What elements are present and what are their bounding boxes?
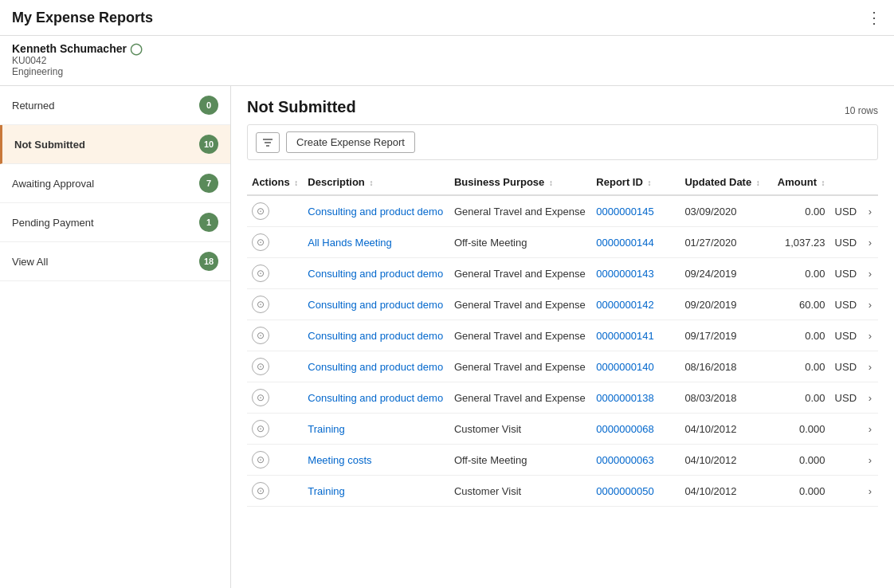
description-cell-8[interactable]: Meeting costs (303, 445, 449, 476)
date-cell-0: 03/09/2020 (680, 195, 765, 227)
report-id-cell-8[interactable]: 0000000063 (591, 445, 680, 476)
action-check-0[interactable]: ⊙ (252, 202, 269, 220)
report-id-cell-7[interactable]: 0000000068 (591, 414, 680, 445)
page-title: Not Submitted (247, 98, 356, 116)
table-row: ⊙ Training Customer Visit 0000000050 04/… (247, 476, 878, 507)
filter-icon (261, 136, 274, 149)
table-row: ⊙ Consulting and product demo General Tr… (247, 195, 878, 227)
table-row: ⊙ Consulting and product demo General Tr… (247, 289, 878, 320)
action-check-9[interactable]: ⊙ (252, 482, 269, 500)
sidebar-badge-awaiting-approval: 7 (199, 174, 218, 193)
user-department: Engineering (12, 66, 882, 77)
description-cell-1[interactable]: All Hands Meeting (303, 227, 449, 258)
amount-cell-6: 0.00 (766, 382, 830, 414)
create-expense-report-button[interactable]: Create Expense Report (286, 131, 415, 153)
sidebar-item-label-awaiting-approval: Awaiting Approval (12, 178, 94, 190)
date-cell-4: 09/17/2019 (680, 320, 765, 351)
currency-cell-3: USD (830, 289, 862, 320)
description-cell-3[interactable]: Consulting and product demo (303, 289, 449, 320)
row-chevron-6[interactable]: › (862, 382, 878, 414)
amount-cell-3: 60.00 (766, 289, 830, 320)
action-cell-2: ⊙ (247, 258, 303, 289)
row-chevron-8[interactable]: › (862, 445, 878, 476)
sidebar-item-view-all[interactable]: View All18 (0, 242, 230, 281)
report-id-cell-2[interactable]: 0000000143 (591, 258, 680, 289)
filter-button[interactable] (256, 132, 280, 153)
sidebar-item-not-submitted[interactable]: Not Submitted10 (0, 125, 230, 164)
business-purpose-cell-0: General Travel and Expense (449, 195, 591, 227)
date-cell-7: 04/10/2012 (680, 414, 765, 445)
table-row: ⊙ Consulting and product demo General Tr… (247, 320, 878, 351)
action-cell-1: ⊙ (247, 227, 303, 258)
report-id-cell-4[interactable]: 0000000141 (591, 320, 680, 351)
report-id-cell-3[interactable]: 0000000142 (591, 289, 680, 320)
user-id: KU0042 (12, 55, 882, 66)
business-purpose-cell-2: General Travel and Expense (449, 258, 591, 289)
report-id-cell-0[interactable]: 0000000145 (591, 195, 680, 227)
menu-dots-icon[interactable]: ⋮ (866, 8, 882, 27)
col-spacer (830, 170, 862, 195)
amount-cell-1: 1,037.23 (766, 227, 830, 258)
business-purpose-cell-6: General Travel and Expense (449, 382, 591, 414)
description-cell-5[interactable]: Consulting and product demo (303, 351, 449, 382)
amount-cell-8: 0.000 (766, 445, 830, 476)
app-title: My Expense Reports (12, 10, 153, 26)
content-area: Not Submitted 10 rows Create Expense Rep… (231, 86, 894, 588)
sidebar-item-pending-payment[interactable]: Pending Payment1 (0, 203, 230, 242)
row-chevron-7[interactable]: › (862, 414, 878, 445)
amount-cell-9: 0.000 (766, 476, 830, 507)
action-check-2[interactable]: ⊙ (252, 265, 269, 282)
row-chevron-5[interactable]: › (862, 351, 878, 382)
currency-cell-7 (830, 414, 862, 445)
sidebar-item-returned[interactable]: Returned0 (0, 86, 230, 125)
row-chevron-2[interactable]: › (862, 258, 878, 289)
action-check-1[interactable]: ⊙ (252, 233, 269, 251)
business-purpose-cell-4: General Travel and Expense (449, 320, 591, 351)
action-cell-6: ⊙ (247, 382, 303, 414)
action-check-7[interactable]: ⊙ (252, 420, 269, 437)
action-cell-0: ⊙ (247, 195, 303, 227)
description-cell-7[interactable]: Training (303, 414, 449, 445)
sidebar: Returned0Not Submitted10Awaiting Approva… (0, 86, 231, 588)
user-verified-icon: ◯ (130, 42, 143, 55)
description-cell-9[interactable]: Training (303, 476, 449, 507)
sidebar-item-label-not-submitted: Not Submitted (14, 139, 85, 151)
date-cell-1: 01/27/2020 (680, 227, 765, 258)
description-cell-2[interactable]: Consulting and product demo (303, 258, 449, 289)
report-id-cell-1[interactable]: 0000000144 (591, 227, 680, 258)
description-cell-0[interactable]: Consulting and product demo (303, 195, 449, 227)
report-id-cell-9[interactable]: 0000000050 (591, 476, 680, 507)
row-chevron-1[interactable]: › (862, 227, 878, 258)
description-cell-4[interactable]: Consulting and product demo (303, 320, 449, 351)
description-cell-6[interactable]: Consulting and product demo (303, 382, 449, 414)
user-info: Kenneth Schumacher ◯ KU0042 Engineering (0, 36, 894, 86)
date-cell-6: 08/03/2018 (680, 382, 765, 414)
report-id-cell-6[interactable]: 0000000138 (591, 382, 680, 414)
table-row: ⊙ Consulting and product demo General Tr… (247, 351, 878, 382)
row-chevron-4[interactable]: › (862, 320, 878, 351)
business-purpose-cell-7: Customer Visit (449, 414, 591, 445)
date-cell-3: 09/20/2019 (680, 289, 765, 320)
col-updated-date: Updated Date ↕ (680, 170, 765, 195)
action-check-4[interactable]: ⊙ (252, 327, 269, 344)
amount-cell-7: 0.000 (766, 414, 830, 445)
action-check-3[interactable]: ⊙ (252, 296, 269, 313)
col-description: Description ↕ (303, 170, 449, 195)
action-check-8[interactable]: ⊙ (252, 451, 269, 468)
sidebar-item-label-view-all: View All (12, 256, 48, 268)
action-check-6[interactable]: ⊙ (252, 389, 269, 406)
sidebar-item-awaiting-approval[interactable]: Awaiting Approval7 (0, 164, 230, 203)
sidebar-badge-not-submitted: 10 (199, 135, 218, 154)
row-chevron-9[interactable]: › (862, 476, 878, 507)
col-actions: Actions ↕ (247, 170, 303, 195)
row-chevron-3[interactable]: › (862, 289, 878, 320)
currency-cell-1: USD (830, 227, 862, 258)
currency-cell-4: USD (830, 320, 862, 351)
row-chevron-0[interactable]: › (862, 195, 878, 227)
sidebar-item-label-returned: Returned (12, 100, 54, 112)
action-check-5[interactable]: ⊙ (252, 358, 269, 375)
report-id-cell-5[interactable]: 0000000140 (591, 351, 680, 382)
business-purpose-cell-8: Off-site Meeting (449, 445, 591, 476)
sidebar-item-label-pending-payment: Pending Payment (12, 217, 94, 229)
date-cell-5: 08/16/2018 (680, 351, 765, 382)
